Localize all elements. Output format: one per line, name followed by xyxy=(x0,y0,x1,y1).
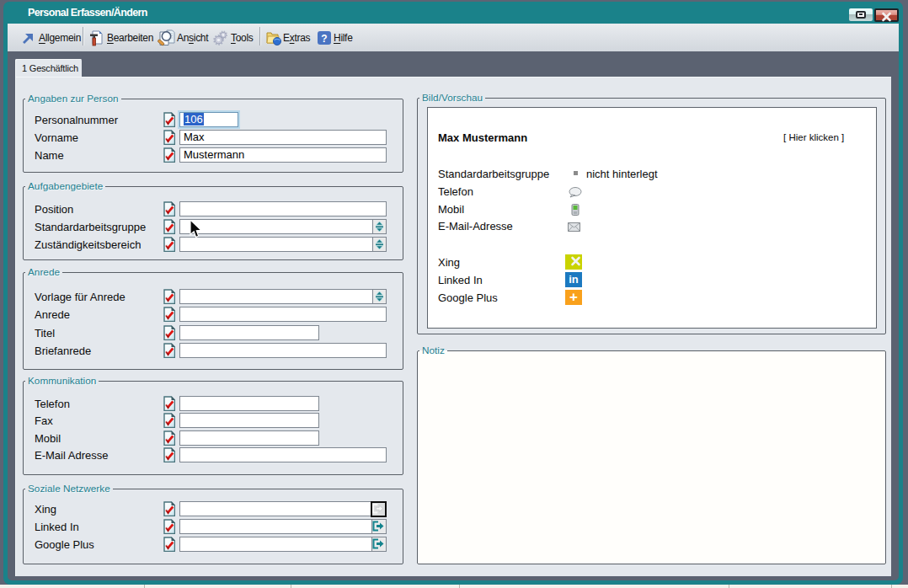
svg-text:?: ? xyxy=(321,33,327,45)
